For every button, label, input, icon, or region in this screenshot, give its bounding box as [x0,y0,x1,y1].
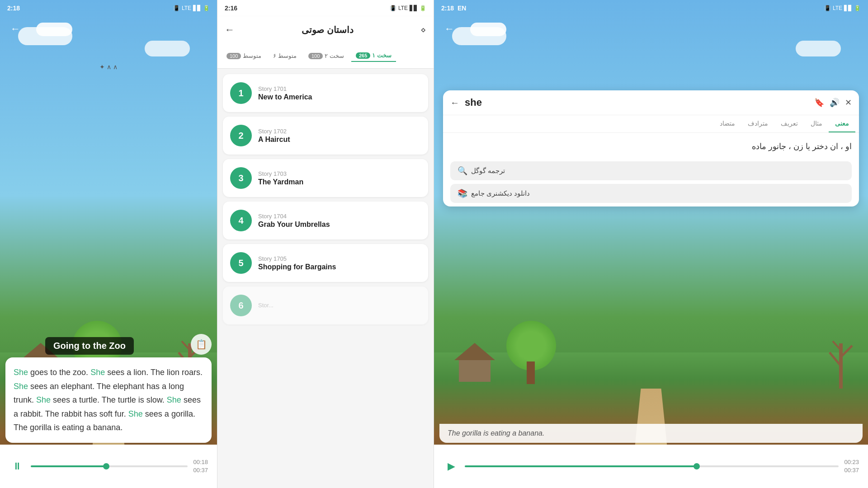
status-bar-p3: 2:18 EN 📳 LTE ▋▊ 🔋 [434,0,868,16]
back-button-p3[interactable]: ← [441,21,458,37]
dict-tab-antonym[interactable]: متضاد [713,115,741,132]
story-info-4: Story 1704 Grab Your Umbrellas [258,213,421,229]
dict-tab-definition[interactable]: تعریف [774,115,804,132]
header-bar-p3: ← [434,16,868,42]
highlight-she-1[interactable]: She [14,368,28,377]
story-name-3: The Yardman [258,178,421,186]
story-card-4[interactable]: 4 Story 1704 Grab Your Umbrellas [223,202,428,239]
google-translate-button[interactable]: ترجمه گوگل 🔍 [450,161,852,180]
header-icon-p2[interactable]: ⋄ [420,24,426,35]
tab-medium6[interactable]: متوسط ۶ [269,50,301,61]
highlight-she-6[interactable]: She [128,409,143,418]
story-num-6: 6 [230,295,252,316]
story-card-5[interactable]: 5 Story 1705 Shopping for Bargains [223,244,428,282]
back-button[interactable]: ← [7,21,24,37]
highlight-she-5[interactable]: She [167,395,181,404]
story-code-6: Stor... [258,302,421,309]
play-button-p3[interactable]: ▶ [443,458,459,474]
birds: ✦ ∧ ∧ [99,63,118,70]
signal-label-p2: LTE [398,5,408,11]
story-info-1: Story 1701 New to America [258,85,421,101]
header-title-p2: داستان صوتی [302,24,354,35]
dict-word: she [465,97,809,108]
story-info-6: Stor... [258,302,421,310]
vibrate-icon-p2: 📳 [390,5,396,11]
download-dict-button[interactable]: دانلود دیکشنری جامع 📚 [450,184,852,203]
note-button[interactable]: 📋 [191,334,212,355]
close-icon[interactable]: ✕ [845,98,852,108]
dict-tab-example[interactable]: مثال [804,115,829,132]
progress-dot [103,463,109,469]
tab-hard2[interactable]: سخت ۲ 100 [304,50,349,61]
dict-tab-meaning[interactable]: معنی [829,115,855,132]
story-name-1: New to America [258,93,421,101]
panel-story-list: 2:16 📳 LTE ▋▊ 🔋 ← داستان صوتی ⋄ سخت ۱ 26… [217,0,434,488]
tab-hard1[interactable]: سخت ۱ 265 [351,50,396,62]
audio-controls: ⏸ 00:18 00:37 [9,458,208,474]
tab-hard1-label: سخت ۱ [372,52,392,59]
tab-hard2-label: سخت ۲ [325,52,344,59]
story-info-2: Story 1702 A Haircut [258,128,421,144]
download-dict-label: دانلود دیکشنری جامع [471,189,530,197]
search-icon: 🔍 [458,166,467,176]
story-code-1: Story 1701 [258,85,421,92]
header-bar: ← [0,16,217,42]
story-info-3: Story 1703 The Yardman [258,170,421,186]
locale-p3: EN [458,5,466,12]
story-num-1: 1 [230,82,252,104]
tab-medium[interactable]: متوسط 100 [222,50,266,61]
story-text: She goes to the zoo. She sees a lion. Th… [14,366,203,435]
story-text-box: She goes to the zoo. She sees a lion. Th… [5,357,212,443]
pause-button[interactable]: ⏸ [9,458,25,474]
volume-icon[interactable]: 🔊 [830,98,840,108]
story-code-5: Story 1705 [258,255,421,262]
story-code-2: Story 1702 [258,128,421,135]
story-title-badge: Going to the Zoo [45,337,134,355]
tab-medium6-label: متوسط ۶ [273,52,297,59]
dict-tab-synonym[interactable]: مترادف [741,115,774,132]
signal-bars-icon: ▋▊ [193,5,201,11]
progress-bar[interactable] [31,465,188,467]
story-name-5: Shopping for Bargains [258,263,421,271]
audio-bar: ⏸ 00:18 00:37 [0,445,217,488]
story-num-4: 4 [230,210,252,231]
tab-medium-badge: 100 [226,53,241,59]
story-card-2[interactable]: 2 Story 1702 A Haircut [223,117,428,155]
story-card-6-partial[interactable]: 6 Stor... [223,286,428,324]
panel-story-reader: ✦ ∧ ∧ 2:18 📳 LTE ▋▊ 🔋 ← Going to the Zoo… [0,0,217,488]
tabs-row: سخت ۱ 265 سخت ۲ 100 متوسط ۶ متوسط 100 [217,43,434,69]
audio-controls-p3: ▶ 00:23 00:37 [443,458,859,474]
progress-fill-p3 [465,465,697,467]
progress-dot-p3 [693,463,700,469]
signal-label: LTE [182,5,191,11]
current-time-p3: 00:23 [844,458,859,466]
house-p3 [459,359,491,382]
highlight-she-4[interactable]: She [36,395,51,404]
status-time-p3: 2:18 EN [441,5,466,12]
status-icons: 📳 LTE ▋▊ 🔋 [173,5,210,11]
story-name-2: A Haircut [258,136,421,144]
highlight-she-3[interactable]: She [14,382,28,391]
battery-icon-p3: 🔋 [854,5,861,11]
tab-medium-label: متوسط [243,52,261,59]
vibrate-icon-p3: 📳 [824,5,831,11]
status-icons-p3: 📳 LTE ▋▊ 🔋 [824,5,861,11]
progress-bar-p3[interactable] [465,465,839,467]
dict-back-button[interactable]: ← [450,98,459,108]
dict-header: ← she 🔖 🔊 ✕ [443,90,859,115]
back-button-p2[interactable]: ← [225,24,235,36]
story-card-1[interactable]: 1 Story 1701 New to America [223,74,428,112]
story-card-3[interactable]: 3 Story 1703 The Yardman [223,159,428,197]
total-time: 00:37 [193,466,208,474]
signal-label-p3: LTE [833,5,842,11]
audio-time-p3: 00:23 00:37 [844,458,859,474]
highlight-she-2[interactable]: She [90,368,105,377]
header-p2: ← داستان صوتی ⋄ [217,16,434,43]
story-name-4: Grab Your Umbrellas [258,221,421,229]
bookmark-icon[interactable]: 🔖 [814,98,824,108]
status-time-p2: 2:16 [225,5,237,12]
audio-time: 00:18 00:37 [193,458,208,474]
trunk-p3 [527,361,535,384]
background-scene-p3 [434,0,868,488]
story-num-2: 2 [230,125,252,146]
